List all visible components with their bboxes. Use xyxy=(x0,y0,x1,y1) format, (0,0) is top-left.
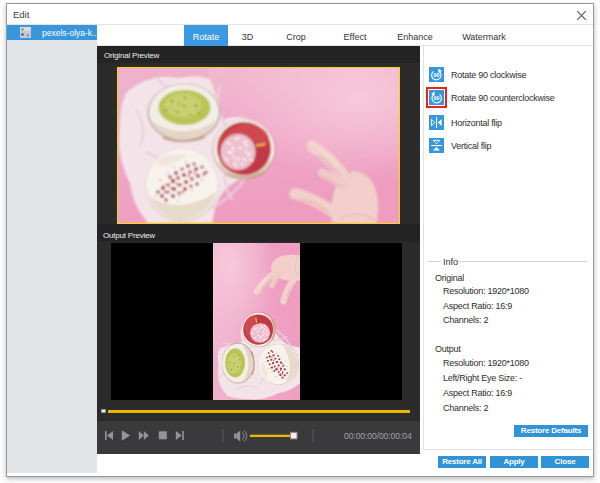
svg-text:90: 90 xyxy=(434,95,440,101)
svg-text:00:00:00/00:00:04: 00:00:00/00:00:04 xyxy=(344,431,412,441)
svg-text:90: 90 xyxy=(434,72,440,78)
